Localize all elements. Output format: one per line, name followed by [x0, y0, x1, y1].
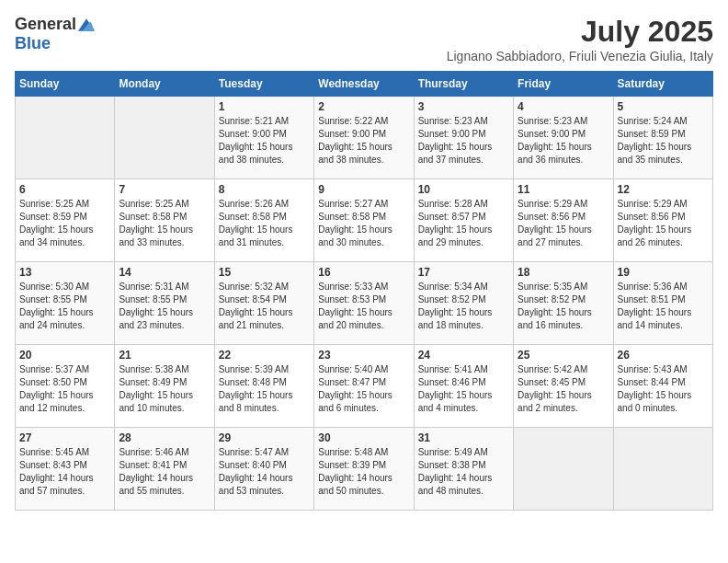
calendar-cell: 30Sunrise: 5:48 AMSunset: 8:39 PMDayligh…: [314, 428, 414, 511]
day-detail: Sunrise: 5:43 AMSunset: 8:44 PMDaylight:…: [618, 363, 709, 415]
calendar-cell: 25Sunrise: 5:42 AMSunset: 8:45 PMDayligh…: [514, 345, 613, 428]
header-thursday: Thursday: [414, 72, 513, 97]
calendar-cell: 11Sunrise: 5:29 AMSunset: 8:56 PMDayligh…: [514, 179, 613, 262]
day-number: 20: [19, 349, 110, 362]
day-number: 6: [19, 183, 110, 196]
calendar-cell: 3Sunrise: 5:23 AMSunset: 9:00 PMDaylight…: [414, 97, 513, 179]
day-detail: Sunrise: 5:33 AMSunset: 8:53 PMDaylight:…: [318, 281, 409, 332]
calendar-cell: 16Sunrise: 5:33 AMSunset: 8:53 PMDayligh…: [314, 262, 414, 345]
day-number: 9: [318, 183, 409, 196]
day-number: 31: [418, 431, 509, 444]
day-detail: Sunrise: 5:21 AMSunset: 9:00 PMDaylight:…: [219, 115, 310, 167]
header-sunday: Sunday: [16, 72, 115, 97]
day-number: 21: [119, 349, 210, 362]
calendar-cell: 15Sunrise: 5:32 AMSunset: 8:54 PMDayligh…: [214, 262, 313, 345]
day-detail: Sunrise: 5:48 AMSunset: 8:39 PMDaylight:…: [318, 446, 409, 498]
day-number: 3: [418, 100, 509, 113]
day-number: 13: [19, 266, 110, 279]
day-detail: Sunrise: 5:49 AMSunset: 8:38 PMDaylight:…: [418, 446, 509, 498]
day-detail: Sunrise: 5:46 AMSunset: 8:41 PMDaylight:…: [119, 446, 210, 498]
calendar-cell: 10Sunrise: 5:28 AMSunset: 8:57 PMDayligh…: [414, 179, 513, 262]
calendar-cell: [115, 97, 214, 179]
calendar-week-row: 1Sunrise: 5:21 AMSunset: 9:00 PMDaylight…: [16, 97, 713, 179]
day-detail: Sunrise: 5:41 AMSunset: 8:46 PMDaylight:…: [418, 363, 509, 415]
day-detail: Sunrise: 5:42 AMSunset: 8:45 PMDaylight:…: [518, 363, 609, 415]
day-number: 24: [418, 349, 509, 362]
day-detail: Sunrise: 5:29 AMSunset: 8:56 PMDaylight:…: [518, 198, 609, 249]
calendar-cell: 27Sunrise: 5:45 AMSunset: 8:43 PMDayligh…: [16, 428, 115, 511]
day-number: 2: [318, 100, 409, 113]
logo-general-text: General: [15, 15, 76, 34]
logo-icon: [78, 18, 95, 31]
day-number: 19: [618, 266, 709, 279]
day-detail: Sunrise: 5:34 AMSunset: 8:52 PMDaylight:…: [418, 281, 509, 332]
calendar-cell: [514, 428, 613, 511]
day-detail: Sunrise: 5:25 AMSunset: 8:58 PMDaylight:…: [119, 198, 210, 249]
calendar-cell: 9Sunrise: 5:27 AMSunset: 8:58 PMDaylight…: [314, 179, 414, 262]
day-detail: Sunrise: 5:30 AMSunset: 8:55 PMDaylight:…: [19, 281, 110, 332]
day-detail: Sunrise: 5:29 AMSunset: 8:56 PMDaylight:…: [618, 198, 709, 249]
day-number: 15: [219, 266, 310, 279]
month-title: July 2025: [447, 15, 713, 49]
day-detail: Sunrise: 5:32 AMSunset: 8:54 PMDaylight:…: [219, 281, 310, 332]
day-detail: Sunrise: 5:26 AMSunset: 8:58 PMDaylight:…: [219, 198, 310, 249]
calendar-cell: 22Sunrise: 5:39 AMSunset: 8:48 PMDayligh…: [214, 345, 313, 428]
day-number: 12: [618, 183, 709, 196]
calendar-cell: 13Sunrise: 5:30 AMSunset: 8:55 PMDayligh…: [16, 262, 115, 345]
day-number: 11: [518, 183, 609, 196]
day-number: 14: [119, 266, 210, 279]
day-detail: Sunrise: 5:45 AMSunset: 8:43 PMDaylight:…: [19, 446, 110, 498]
calendar-cell: 2Sunrise: 5:22 AMSunset: 9:00 PMDaylight…: [314, 97, 414, 179]
header-tuesday: Tuesday: [214, 72, 313, 97]
day-number: 8: [219, 183, 310, 196]
day-number: 30: [318, 431, 409, 444]
logo-blue-text: Blue: [15, 34, 51, 53]
day-number: 17: [418, 266, 509, 279]
calendar-week-row: 20Sunrise: 5:37 AMSunset: 8:50 PMDayligh…: [16, 345, 713, 428]
day-number: 25: [518, 349, 609, 362]
day-detail: Sunrise: 5:24 AMSunset: 8:59 PMDaylight:…: [618, 115, 709, 167]
title-area: July 2025 Lignano Sabbiadoro, Friuli Ven…: [447, 15, 713, 63]
day-number: 26: [618, 349, 709, 362]
day-detail: Sunrise: 5:23 AMSunset: 9:00 PMDaylight:…: [418, 115, 509, 167]
day-detail: Sunrise: 5:25 AMSunset: 8:59 PMDaylight:…: [19, 198, 110, 249]
day-detail: Sunrise: 5:39 AMSunset: 8:48 PMDaylight:…: [219, 363, 310, 415]
calendar-cell: 23Sunrise: 5:40 AMSunset: 8:47 PMDayligh…: [314, 345, 414, 428]
calendar-week-row: 13Sunrise: 5:30 AMSunset: 8:55 PMDayligh…: [16, 262, 713, 345]
day-detail: Sunrise: 5:31 AMSunset: 8:55 PMDaylight:…: [119, 281, 210, 332]
day-number: 27: [19, 431, 110, 444]
calendar-cell: 24Sunrise: 5:41 AMSunset: 8:46 PMDayligh…: [414, 345, 513, 428]
calendar-cell: [16, 97, 115, 179]
header-monday: Monday: [115, 72, 214, 97]
day-number: 18: [518, 266, 609, 279]
calendar-header-row: SundayMondayTuesdayWednesdayThursdayFrid…: [16, 72, 713, 97]
calendar-cell: 1Sunrise: 5:21 AMSunset: 9:00 PMDaylight…: [214, 97, 313, 179]
calendar-cell: 12Sunrise: 5:29 AMSunset: 8:56 PMDayligh…: [613, 179, 712, 262]
day-number: 5: [618, 100, 709, 113]
day-detail: Sunrise: 5:37 AMSunset: 8:50 PMDaylight:…: [19, 363, 110, 415]
day-number: 22: [219, 349, 310, 362]
day-detail: Sunrise: 5:36 AMSunset: 8:51 PMDaylight:…: [618, 281, 709, 332]
calendar-cell: 18Sunrise: 5:35 AMSunset: 8:52 PMDayligh…: [514, 262, 613, 345]
calendar-week-row: 6Sunrise: 5:25 AMSunset: 8:59 PMDaylight…: [16, 179, 713, 262]
day-detail: Sunrise: 5:47 AMSunset: 8:40 PMDaylight:…: [219, 446, 310, 498]
day-detail: Sunrise: 5:28 AMSunset: 8:57 PMDaylight:…: [418, 198, 509, 249]
calendar-cell: 19Sunrise: 5:36 AMSunset: 8:51 PMDayligh…: [613, 262, 712, 345]
day-number: 1: [219, 100, 310, 113]
calendar-cell: 28Sunrise: 5:46 AMSunset: 8:41 PMDayligh…: [115, 428, 214, 511]
header-wednesday: Wednesday: [314, 72, 414, 97]
calendar-cell: 20Sunrise: 5:37 AMSunset: 8:50 PMDayligh…: [16, 345, 115, 428]
header-saturday: Saturday: [613, 72, 712, 97]
calendar-cell: 31Sunrise: 5:49 AMSunset: 8:38 PMDayligh…: [414, 428, 513, 511]
location-subtitle: Lignano Sabbiadoro, Friuli Venezia Giuli…: [447, 49, 713, 63]
day-number: 4: [518, 100, 609, 113]
calendar-cell: 21Sunrise: 5:38 AMSunset: 8:49 PMDayligh…: [115, 345, 214, 428]
day-detail: Sunrise: 5:40 AMSunset: 8:47 PMDaylight:…: [318, 363, 409, 415]
day-number: 16: [318, 266, 409, 279]
day-detail: Sunrise: 5:35 AMSunset: 8:52 PMDaylight:…: [518, 281, 609, 332]
calendar-cell: 5Sunrise: 5:24 AMSunset: 8:59 PMDaylight…: [613, 97, 712, 179]
calendar-cell: 6Sunrise: 5:25 AMSunset: 8:59 PMDaylight…: [16, 179, 115, 262]
calendar-week-row: 27Sunrise: 5:45 AMSunset: 8:43 PMDayligh…: [16, 428, 713, 511]
calendar-cell: 26Sunrise: 5:43 AMSunset: 8:44 PMDayligh…: [613, 345, 712, 428]
calendar-cell: 14Sunrise: 5:31 AMSunset: 8:55 PMDayligh…: [115, 262, 214, 345]
